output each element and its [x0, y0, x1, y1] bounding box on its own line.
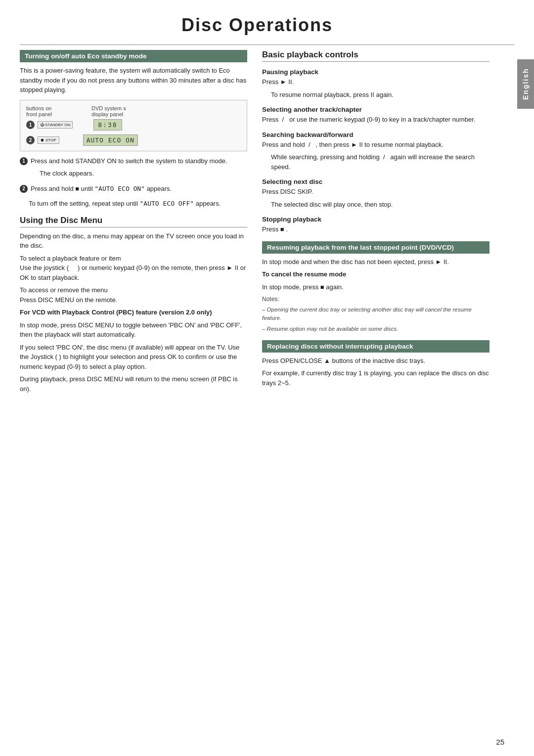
cancel-text: In stop mode, press ■ again. [262, 282, 490, 292]
selecting-disc-title: Selecting next disc [262, 178, 490, 185]
basic-playback-title: Basic playback controls [262, 50, 490, 62]
disc-menu-title: Using the Disc Menu [20, 216, 247, 227]
step2-circle: 2 [20, 185, 28, 193]
lcd-display-2: AUTO ECO ON [83, 134, 138, 146]
right-column: Basic playback controls Pausing playback… [262, 50, 514, 736]
eco-step2: 2 Press and hold ■ until "AUTO ECO ON" a… [20, 184, 247, 197]
searching-text: Press and hold / , then press ► II to re… [262, 140, 490, 150]
step2-text: Press and hold ■ until "AUTO ECO ON" app… [31, 184, 172, 194]
cancel-title: To cancel the resume mode [262, 269, 490, 279]
vcd-text2: If you select 'PBC ON', the disc menu (i… [20, 343, 247, 372]
page: Disc Operations English Turning on/off a… [0, 0, 534, 756]
eco-intro-text: This is a power-saving feature, the syst… [20, 66, 247, 95]
pausing-title: Pausing playback [262, 68, 490, 76]
vcd-title: For VCD with Playback Control (PBC) feat… [20, 308, 247, 317]
access-menu-text: To access or remove the menu Press DISC … [20, 285, 247, 305]
note1: – Opening the current disc tray or selec… [262, 306, 490, 323]
vcd-text3: During playback, press DISC MENU will re… [20, 374, 247, 394]
replacing-text2: For example, if currently disc tray 1 is… [262, 368, 490, 388]
diagram-row2: 2 ⏹ STOP AUTO ECO ON [26, 134, 241, 146]
stopping-title: Stopping playback [262, 216, 490, 223]
eco-section-header: Turning on/off auto Eco standby mode [20, 50, 247, 62]
stop-button-img: ⏹ STOP [38, 136, 59, 144]
note2: – Resume option may not be available on … [262, 325, 490, 333]
disc-menu-intro: Depending on the disc, a menu may appear… [20, 231, 247, 251]
page-title: Disc Operations [0, 15, 534, 36]
eco-turnoff-text: To turn off the setting, repeat step unt… [29, 199, 247, 209]
left-column: Turning on/off auto Eco standby mode Thi… [20, 50, 247, 736]
step1-content: Press and hold STANDBY ON to switch the … [31, 156, 227, 181]
eco-diagram-inner: buttons onfront panel DVD system sdispla… [26, 105, 241, 146]
label-front-panel: buttons onfront panel [26, 105, 52, 117]
selecting-disc-sub: The selected disc will play once, then s… [271, 200, 490, 210]
two-column-layout: Turning on/off auto Eco standby mode Thi… [0, 50, 534, 736]
eco-diagram: buttons onfront panel DVD system sdispla… [20, 100, 247, 151]
stopping-text: Press ■ . [262, 224, 490, 234]
selecting-track-text: Press / or use the numeric keypad (0-9) … [262, 115, 490, 125]
lcd-display-1: 8:38 [93, 119, 122, 131]
vcd-text1: In stop mode, press DISC MENU to toggle … [20, 320, 247, 340]
label-display-panel: DVD system sdisplay panel [91, 105, 126, 117]
searching-title: Searching backward/forward [262, 131, 490, 138]
searching-sub: While searching, pressing and holding / … [271, 152, 490, 172]
diagram-row1: 1 ⏻ STANDBY ON 8:38 [26, 119, 241, 131]
pausing-text: Press ► II. [262, 77, 490, 87]
standby-label: STANDBY ON [45, 123, 70, 127]
step1-text: Press and hold STANDBY ON to switch the … [31, 156, 227, 166]
selecting-disc-text: Press DISC SKIP. [262, 187, 490, 197]
eco-step1: 1 Press and hold STANDBY ON to switch th… [20, 156, 247, 181]
select-feature-text: To select a playback feature or item Use… [20, 254, 247, 283]
selecting-track-title: Selecting another track/chapter [262, 106, 490, 113]
step1-circle: 1 [20, 157, 28, 165]
resuming-text1: In stop mode and when the disc has not b… [262, 257, 490, 267]
replacing-header: Replacing discs without interrupting pla… [262, 340, 490, 353]
stop-label: STOP [45, 138, 56, 142]
top-divider [20, 44, 514, 45]
step1-sub: The clock appears. [40, 169, 227, 178]
notes-label: Notes: [262, 295, 490, 304]
diagram-labels: buttons onfront panel DVD system sdispla… [26, 105, 241, 117]
replacing-text1: Press OPEN/CLOSE ▲ buttons of the inacti… [262, 356, 490, 366]
step2-content: Press and hold ■ until "AUTO ECO ON" app… [31, 184, 172, 197]
step1-number: 1 [26, 121, 35, 129]
page-number: 25 [496, 738, 504, 746]
standby-button-img: ⏻ STANDBY ON [38, 121, 73, 129]
resuming-header: Resuming playback from the last stopped … [262, 241, 490, 254]
step2-number: 2 [26, 136, 35, 144]
pausing-sub: To resume normal playback, press II agai… [271, 90, 490, 100]
language-tab: English [517, 59, 534, 109]
